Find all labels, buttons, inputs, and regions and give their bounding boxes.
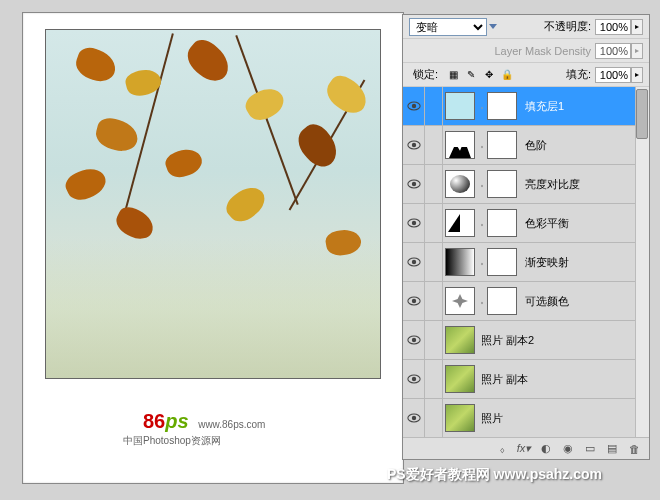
link-layers-icon[interactable]: ⬨ — [493, 441, 511, 457]
link-col — [425, 87, 443, 125]
mask-link-icon[interactable]: ⬫ — [477, 140, 487, 151]
mask-thumb[interactable] — [487, 209, 517, 237]
layer-name: 照片 副本 — [481, 372, 528, 387]
logo-subtitle: 中国Photoshop资源网 — [123, 434, 221, 448]
visibility-toggle[interactable] — [403, 360, 425, 398]
new-layer-icon[interactable]: ▤ — [603, 441, 621, 457]
layer-row[interactable]: ⬫色彩平衡 — [403, 204, 649, 243]
scrollbar-thumb[interactable] — [636, 89, 648, 139]
svg-point-13 — [411, 338, 415, 342]
layer-row[interactable]: ⬫渐变映射 — [403, 243, 649, 282]
layers-list: ⬫填充层1⬫色阶⬫亮度对比度⬫色彩平衡⬫渐变映射⬫可选颜色照片 副本2照片 副本… — [403, 87, 649, 437]
opacity-label: 不透明度: — [544, 19, 591, 34]
mask-thumb[interactable] — [487, 287, 517, 315]
visibility-toggle[interactable] — [403, 126, 425, 164]
svg-point-7 — [411, 221, 415, 225]
canvas-area: 86ps www.86ps.com 中国Photoshop资源网 — [22, 12, 404, 484]
layers-panel: 变暗 不透明度: ▸ Layer Mask Density ▸ 锁定: ▦ ✎ … — [402, 14, 650, 460]
layer-thumb[interactable] — [445, 404, 475, 432]
fill-flyout[interactable]: ▸ — [631, 67, 643, 83]
layer-thumb[interactable] — [445, 209, 475, 237]
adjustment-layer-icon[interactable]: ◉ — [559, 441, 577, 457]
link-col — [425, 204, 443, 242]
logo-url: www.86ps.com — [198, 419, 265, 430]
layer-name: 渐变映射 — [525, 255, 569, 270]
layer-name: 色彩平衡 — [525, 216, 569, 231]
link-col — [425, 360, 443, 398]
panel-footer: ⬨ fx▾ ◐ ◉ ▭ ▤ 🗑 — [403, 437, 649, 459]
link-col — [425, 126, 443, 164]
image-preview — [45, 29, 381, 379]
blend-mode-select[interactable]: 变暗 — [409, 18, 487, 36]
opacity-flyout[interactable]: ▸ — [631, 19, 643, 35]
svg-point-15 — [411, 377, 415, 381]
visibility-toggle[interactable] — [403, 87, 425, 125]
logo-86ps: 86ps www.86ps.com — [143, 410, 265, 433]
layer-row[interactable]: ⬫可选颜色 — [403, 282, 649, 321]
link-col — [425, 399, 443, 437]
lock-transparency-icon[interactable]: ▦ — [446, 68, 460, 82]
layer-row[interactable]: ⬫亮度对比度 — [403, 165, 649, 204]
mask-thumb[interactable] — [487, 170, 517, 198]
layer-row[interactable]: 照片 副本2 — [403, 321, 649, 360]
layer-thumb[interactable] — [445, 326, 475, 354]
fill-input[interactable] — [595, 67, 631, 83]
lock-all-icon[interactable]: 🔒 — [500, 68, 514, 82]
link-col — [425, 243, 443, 281]
layer-name: 亮度对比度 — [525, 177, 580, 192]
lock-row: 锁定: ▦ ✎ ✥ 🔒 填充: ▸ — [403, 63, 649, 87]
mask-density-flyout: ▸ — [631, 43, 643, 59]
layer-row[interactable]: ⬫填充层1 — [403, 87, 649, 126]
layer-thumb[interactable] — [445, 287, 475, 315]
mask-link-icon[interactable]: ⬫ — [477, 101, 487, 112]
mask-link-icon[interactable]: ⬫ — [477, 296, 487, 307]
svg-point-11 — [411, 299, 415, 303]
lock-pixels-icon[interactable]: ✎ — [464, 68, 478, 82]
visibility-toggle[interactable] — [403, 204, 425, 242]
visibility-toggle[interactable] — [403, 282, 425, 320]
layer-thumb[interactable] — [445, 92, 475, 120]
fx-icon[interactable]: fx▾ — [515, 441, 533, 457]
mask-density-input — [595, 43, 631, 59]
mask-density-row: Layer Mask Density ▸ — [403, 39, 649, 63]
layer-thumb[interactable] — [445, 248, 475, 276]
link-col — [425, 282, 443, 320]
mask-density-label: Layer Mask Density — [494, 45, 591, 57]
mask-thumb[interactable] — [487, 92, 517, 120]
link-col — [425, 165, 443, 203]
svg-point-1 — [411, 104, 415, 108]
svg-point-9 — [411, 260, 415, 264]
layer-name: 色阶 — [525, 138, 547, 153]
visibility-toggle[interactable] — [403, 243, 425, 281]
layer-row[interactable]: 照片 — [403, 399, 649, 437]
visibility-toggle[interactable] — [403, 165, 425, 203]
fill-label: 填充: — [566, 67, 591, 82]
opacity-input[interactable] — [595, 19, 631, 35]
layer-row[interactable]: ⬫色阶 — [403, 126, 649, 165]
layer-name: 可选颜色 — [525, 294, 569, 309]
scrollbar[interactable] — [635, 87, 649, 437]
add-mask-icon[interactable]: ◐ — [537, 441, 555, 457]
lock-label: 锁定: — [413, 67, 438, 82]
svg-point-3 — [411, 143, 415, 147]
layer-row[interactable]: 照片 副本 — [403, 360, 649, 399]
delete-layer-icon[interactable]: 🗑 — [625, 441, 643, 457]
layer-name: 填充层1 — [525, 99, 564, 114]
mask-link-icon[interactable]: ⬫ — [477, 257, 487, 268]
layer-thumb[interactable] — [445, 131, 475, 159]
new-folder-icon[interactable]: ▭ — [581, 441, 599, 457]
layer-thumb[interactable] — [445, 365, 475, 393]
link-col — [425, 321, 443, 359]
lock-position-icon[interactable]: ✥ — [482, 68, 496, 82]
watermark: PS爱好者教程网 www.psahz.com — [387, 466, 602, 484]
mask-thumb[interactable] — [487, 248, 517, 276]
layer-thumb[interactable] — [445, 170, 475, 198]
layer-name: 照片 — [481, 411, 503, 426]
mask-link-icon[interactable]: ⬫ — [477, 179, 487, 190]
visibility-toggle[interactable] — [403, 321, 425, 359]
chevron-down-icon — [489, 24, 497, 29]
svg-point-17 — [411, 416, 415, 420]
mask-link-icon[interactable]: ⬫ — [477, 218, 487, 229]
mask-thumb[interactable] — [487, 131, 517, 159]
visibility-toggle[interactable] — [403, 399, 425, 437]
